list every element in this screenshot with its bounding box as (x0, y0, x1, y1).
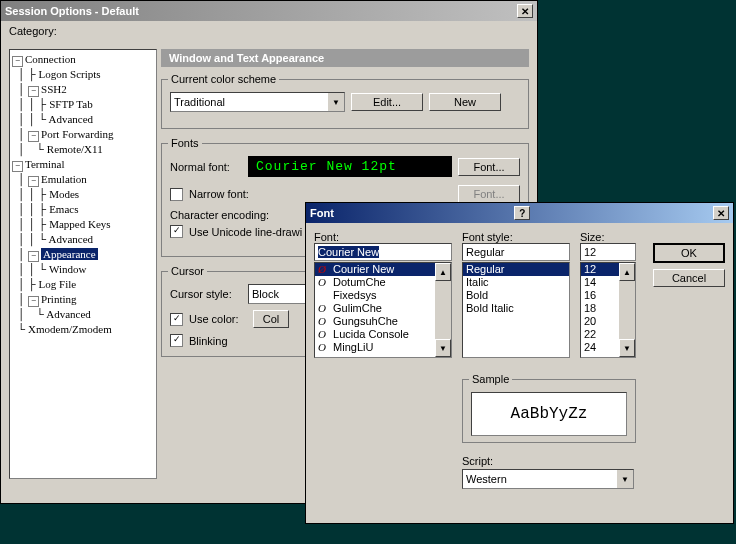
script-dropdown[interactable]: Western▼ (462, 469, 634, 489)
cursor-style-dropdown[interactable]: Block (248, 284, 311, 304)
narrow-font-button: Font... (458, 185, 520, 203)
category-tree[interactable]: −Connection │ ├ Logon Scripts │ −SSH2 │ … (9, 49, 157, 479)
font-input[interactable]: Courier New (314, 243, 452, 261)
tree-item[interactable]: │ −Port Forwarding (12, 127, 154, 142)
tree-item[interactable]: │ │ ├ Mapped Keys (12, 217, 154, 232)
sample-group: Sample (469, 373, 512, 385)
style-input[interactable]: Regular (462, 243, 570, 261)
normal-font-label: Normal font: (170, 161, 242, 173)
list-item[interactable]: O DotumChe (315, 276, 451, 289)
font-listbox[interactable]: Ø Courier New O DotumChe Fixedsys O Guli… (314, 262, 452, 358)
edit-scheme-button[interactable]: Edit... (351, 93, 423, 111)
size-label: Size: (580, 231, 636, 243)
list-item[interactable]: Fixedsys (315, 289, 451, 302)
narrow-font-label: Narrow font: (189, 188, 251, 200)
font-preview: Courier New 12pt (248, 156, 452, 177)
font-dialog-title: Font (310, 207, 334, 219)
tree-item[interactable]: │ └ Remote/X11 (12, 142, 154, 157)
color-button[interactable]: Col (253, 310, 289, 328)
blinking-checkbox[interactable]: ✓ (170, 334, 183, 347)
style-listbox[interactable]: Regular Italic Bold Bold Italic (462, 262, 570, 358)
session-title: Session Options - Default (5, 5, 139, 17)
tree-item[interactable]: │ │ └ Advanced (12, 112, 154, 127)
use-color-checkbox[interactable]: ✓ (170, 313, 183, 326)
scroll-down-icon[interactable]: ▼ (619, 339, 635, 357)
size-listbox[interactable]: 12 14 16 18 20 22 24 ▲▼ (580, 262, 636, 358)
tree-item[interactable]: │ │ └ Window (12, 262, 154, 277)
scrollbar[interactable]: ▲▼ (619, 263, 635, 357)
font-label: Font: (314, 231, 452, 243)
color-scheme-dropdown[interactable]: Traditional▼ (170, 92, 345, 112)
list-item[interactable]: Bold (463, 289, 569, 302)
list-item[interactable]: Regular (463, 263, 569, 276)
tree-item[interactable]: │ └ Advanced (12, 307, 154, 322)
tree-item[interactable]: │ ├ Log File (12, 277, 154, 292)
tree-item[interactable]: └ Xmodem/Zmodem (12, 322, 154, 337)
sample-text: AaBbYyZz (471, 392, 627, 436)
list-item[interactable]: O MingLiU (315, 341, 451, 354)
tree-item[interactable]: −Terminal (12, 157, 154, 172)
tree-item[interactable]: │ │ ├ Emacs (12, 202, 154, 217)
tree-item[interactable]: │ −Printing (12, 292, 154, 307)
list-item[interactable]: Ø Courier New (315, 263, 451, 276)
tree-item[interactable]: │ ├ Logon Scripts (12, 67, 154, 82)
narrow-font-checkbox[interactable] (170, 188, 183, 201)
close-icon[interactable]: ✕ (517, 4, 533, 18)
scroll-up-icon[interactable]: ▲ (619, 263, 635, 281)
unicode-checkbox[interactable]: ✓ (170, 225, 183, 238)
scroll-down-icon[interactable]: ▼ (435, 339, 451, 357)
category-label: Category: (9, 25, 529, 37)
tree-item[interactable]: │ −SSH2 (12, 82, 154, 97)
unicode-label: Use Unicode line-drawi (189, 226, 302, 238)
cancel-button[interactable]: Cancel (653, 269, 725, 287)
close-icon[interactable]: ✕ (713, 206, 729, 220)
session-titlebar: Session Options - Default ✕ (1, 1, 537, 21)
font-titlebar: Font ? ✕ (306, 203, 733, 223)
list-item[interactable]: Bold Italic (463, 302, 569, 315)
tree-item[interactable]: │ │ ├ SFTP Tab (12, 97, 154, 112)
font-button[interactable]: Font... (458, 158, 520, 176)
style-label: Font style: (462, 231, 570, 243)
tree-item-appearance[interactable]: │ −Appearance (12, 247, 154, 262)
tree-item[interactable]: │ │ └ Advanced (12, 232, 154, 247)
tree-item[interactable]: −Connection (12, 52, 154, 67)
scrollbar[interactable]: ▲▼ (435, 263, 451, 357)
blinking-label: Blinking (189, 335, 228, 347)
cursor-style-label: Cursor style: (170, 288, 242, 300)
tree-item[interactable]: │ −Emulation (12, 172, 154, 187)
list-item[interactable]: Italic (463, 276, 569, 289)
fonts-group: Fonts (168, 137, 202, 149)
list-item[interactable]: O GungsuhChe (315, 315, 451, 328)
list-item[interactable]: O Lucida Console (315, 328, 451, 341)
help-icon[interactable]: ? (514, 206, 530, 220)
chevron-down-icon: ▼ (616, 470, 633, 488)
cursor-group: Cursor (168, 265, 207, 277)
script-label: Script: (462, 455, 634, 467)
chevron-down-icon: ▼ (327, 93, 344, 111)
encoding-label: Character encoding: (170, 209, 269, 221)
tree-item[interactable]: │ │ ├ Modes (12, 187, 154, 202)
appearance-header: Window and Text Appearance (161, 49, 529, 67)
new-scheme-button[interactable]: New (429, 93, 501, 111)
use-color-label: Use color: (189, 313, 247, 325)
scroll-up-icon[interactable]: ▲ (435, 263, 451, 281)
color-scheme-group: Current color scheme (168, 73, 279, 85)
size-input[interactable]: 12 (580, 243, 636, 261)
list-item[interactable]: O GulimChe (315, 302, 451, 315)
ok-button[interactable]: OK (653, 243, 725, 263)
